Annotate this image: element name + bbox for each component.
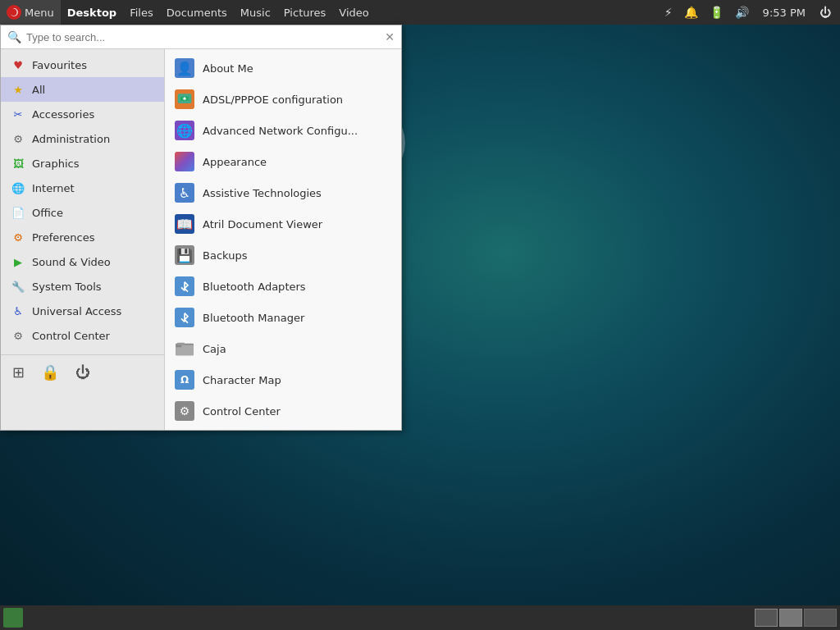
cat-favourites[interactable]: ♥ Favourites (1, 52, 164, 77)
category-sidebar: ♥ Favourites ★ All ✂ Accessories ⚙ Admin… (1, 49, 165, 430)
menu-button[interactable]: Menu (0, 0, 61, 25)
about-me-icon: 👤 (175, 58, 194, 78)
atril-icon: 📖 (175, 214, 194, 234)
character-map-icon: Ω (175, 370, 194, 390)
bluetooth-manager-icon (175, 308, 194, 327)
cat-graphics[interactable]: 🖼 Graphics (1, 151, 164, 176)
menu-label: Menu (25, 7, 54, 19)
taskbar-left (3, 608, 23, 628)
nav-desktop[interactable]: Desktop (61, 0, 123, 25)
workspace-2[interactable] (779, 609, 802, 627)
app-about-me[interactable]: 👤 About Me (165, 52, 401, 84)
universal-access-icon: ♿ (11, 304, 25, 318)
app-backups[interactable]: 💾 Backups (165, 240, 401, 271)
window-list[interactable] (804, 609, 837, 627)
lock-button[interactable]: 🔒 (39, 362, 61, 382)
sound-video-icon: ▶ (11, 254, 25, 269)
administration-icon: ⚙ (11, 131, 25, 146)
bluetooth-adapters-icon (175, 276, 194, 296)
nav-video[interactable]: Video (332, 0, 375, 25)
assistive-tech-icon: ♿ (175, 183, 194, 203)
volume-icon[interactable]: 🔊 (733, 6, 751, 19)
nav-files[interactable]: Files (123, 0, 160, 25)
caja-icon (175, 339, 194, 358)
adsl-icon (175, 89, 194, 109)
clock: 9:53 PM (758, 7, 810, 19)
app-caja[interactable]: Caja (165, 333, 401, 364)
add-applet-button[interactable]: ⊞ (11, 362, 26, 382)
menu-body: ♥ Favourites ★ All ✂ Accessories ⚙ Admin… (1, 49, 401, 430)
cat-accessories[interactable]: ✂ Accessories (1, 102, 164, 126)
app-character-map[interactable]: Ω Character Map (165, 364, 401, 395)
all-icon: ★ (11, 82, 25, 97)
session-buttons: ⊞ 🔒 ⏻ (1, 354, 164, 389)
app-assistive-tech[interactable]: ♿ Assistive Technologies (165, 177, 401, 208)
search-input[interactable] (26, 31, 380, 43)
cat-all[interactable]: ★ All (1, 77, 164, 102)
svg-rect-6 (176, 345, 181, 347)
cat-office[interactable]: 📄 Office (1, 200, 164, 225)
app-advanced-network[interactable]: 🌐 Advanced Network Configu... (165, 115, 401, 146)
battery-icon[interactable]: 🔋 (707, 6, 726, 19)
app-bluetooth-manager[interactable]: Bluetooth Manager (165, 302, 401, 333)
internet-icon: 🌐 (11, 180, 25, 195)
office-icon: 📄 (11, 205, 25, 220)
app-control-center[interactable]: ⚙ Control Center (165, 395, 401, 427)
power-icon[interactable]: ⏻ (817, 6, 833, 19)
graphics-icon: 🖼 (11, 156, 25, 171)
power-button[interactable]: ⏻ (74, 362, 92, 382)
taskbar-right (755, 609, 837, 627)
show-desktop-button[interactable] (3, 608, 23, 628)
cat-administration[interactable]: ⚙ Administration (1, 126, 164, 151)
cat-control-center[interactable]: ⚙ Control Center (1, 323, 164, 348)
system-tools-icon: 🔧 (11, 279, 25, 294)
nav-music[interactable]: Music (234, 0, 277, 25)
cat-internet[interactable]: 🌐 Internet (1, 176, 164, 200)
control-center-icon: ⚙ (11, 328, 25, 343)
notifications-icon[interactable]: 🔔 (682, 6, 701, 19)
cat-preferences[interactable]: ⚙ Preferences (1, 225, 164, 249)
app-adsl-pppoe[interactable]: ADSL/PPPOE configuration (165, 84, 401, 115)
advanced-network-icon: 🌐 (175, 121, 194, 140)
appearance-icon (175, 152, 194, 171)
preferences-icon: ⚙ (11, 230, 25, 244)
app-appearance[interactable]: Appearance (165, 146, 401, 177)
accessories-icon: ✂ (11, 107, 25, 121)
menu-icon (7, 5, 21, 20)
debian-logo-small (8, 7, 20, 18)
app-bluetooth-adapters[interactable]: Bluetooth Adapters (165, 271, 401, 302)
panel-right: ⚡ 🔔 🔋 🔊 9:53 PM ⏻ (662, 6, 840, 19)
control-center-app-icon: ⚙ (175, 401, 194, 421)
nav-documents[interactable]: Documents (160, 0, 234, 25)
app-list: 👤 About Me ADSL/PPPOE configuration 🌐 Ad… (165, 49, 401, 430)
taskbar (0, 605, 840, 630)
search-bar: 🔍 ✕ (1, 25, 401, 49)
search-clear-button[interactable]: ✕ (385, 30, 395, 43)
top-panel: Menu Desktop Files Documents Music Pictu… (0, 0, 840, 25)
bluetooth-icon[interactable]: ⚡ (662, 6, 675, 19)
backups-icon: 💾 (175, 245, 194, 265)
svg-rect-7 (177, 343, 185, 345)
svg-point-3 (183, 98, 185, 100)
favourites-icon: ♥ (11, 57, 25, 72)
nav-pictures[interactable]: Pictures (277, 0, 332, 25)
cat-universal-access[interactable]: ♿ Universal Access (1, 299, 164, 323)
app-menu: 🔍 ✕ ♥ Favourites ★ All ✂ Accessories ⚙ A… (0, 25, 402, 431)
panel-left: Menu Desktop Files Documents Music Pictu… (0, 0, 662, 25)
search-icon: 🔍 (7, 30, 21, 43)
workspace-1[interactable] (755, 609, 778, 627)
cat-sound-video[interactable]: ▶ Sound & Video (1, 249, 164, 274)
cat-system-tools[interactable]: 🔧 System Tools (1, 274, 164, 299)
app-atril[interactable]: 📖 Atril Document Viewer (165, 208, 401, 240)
